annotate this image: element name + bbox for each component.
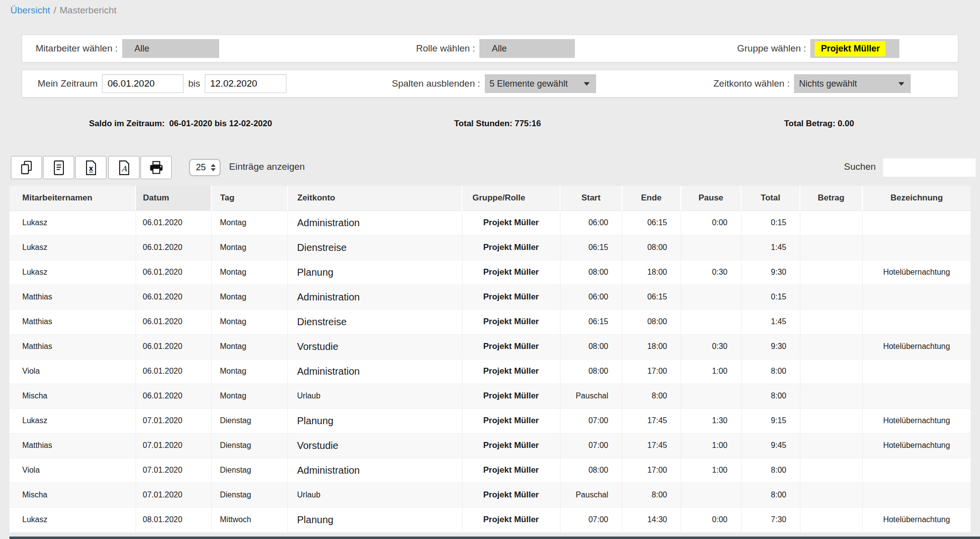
cell-betrag: [800, 235, 862, 260]
cell-start: 07:00: [560, 433, 622, 458]
page-size-select[interactable]: 25: [189, 159, 221, 176]
cell-zeitkonto: Vorstudie: [287, 433, 462, 458]
breadcrumb-link-uebersicht[interactable]: Übersicht: [10, 5, 50, 15]
column-header-total[interactable]: Total: [741, 186, 800, 210]
cell-pause: 0:00: [681, 210, 741, 235]
cell-tag: Montag: [211, 210, 287, 235]
cell-betrag: [800, 458, 862, 483]
cell-start: 06:00: [560, 285, 622, 309]
cell-bezeichnung: [862, 458, 971, 483]
zeitkonto-dropdown[interactable]: Nichts gewählt: [794, 74, 911, 93]
cell-start: 07:00: [560, 408, 622, 433]
cell-ende: 08:00: [622, 235, 681, 260]
cell-bezeichnung: Hotelübernachtung: [862, 334, 971, 359]
column-header-betrag[interactable]: Betrag: [800, 186, 862, 210]
cell-start: 08:00: [560, 359, 622, 384]
cell-pause: [681, 235, 741, 260]
cell-total: 0:15: [741, 210, 800, 235]
column-header-bezeichnung[interactable]: Bezeichnung: [862, 186, 971, 210]
page-size-value: 25: [196, 162, 206, 173]
cell-total: 9:30: [741, 334, 800, 359]
cell-bezeichnung: [862, 309, 971, 334]
column-header-datum[interactable]: Datum: [136, 186, 211, 210]
column-header-start[interactable]: Start: [560, 186, 622, 210]
cell-gruppe: Projekt Müller: [462, 458, 560, 483]
entries-label: Einträge anzeigen: [229, 161, 305, 172]
gruppe-label: Gruppe wählen :: [737, 43, 806, 54]
cell-zeitkonto: Dienstreise: [287, 309, 462, 334]
cell-ende: 17:00: [622, 359, 681, 384]
cell-tag: Montag: [211, 260, 287, 285]
cell-betrag: [800, 309, 862, 334]
table-row: Viola07.01.2020DienstagAdministrationPro…: [9, 458, 971, 483]
spalten-group: Spalten ausblenden : 5 Elemente gewählt: [392, 70, 596, 97]
cell-pause: 0:30: [681, 260, 741, 285]
cell-bezeichnung: [862, 483, 971, 507]
cell-total: 9:30: [741, 260, 800, 285]
spinner-arrows-icon: [211, 164, 216, 171]
column-header-tag[interactable]: Tag: [211, 186, 287, 210]
cell-pause: 0:00: [681, 507, 741, 532]
cell-name: Matthias: [9, 285, 136, 309]
column-header-ende[interactable]: Ende: [622, 186, 681, 210]
table-row: Mischa07.01.2020DienstagUrlaubProjekt Mü…: [9, 483, 971, 507]
print-button[interactable]: [140, 156, 172, 179]
cell-gruppe: Projekt Müller: [462, 285, 560, 309]
svg-text:A: A: [121, 164, 127, 173]
cell-start: 08:00: [560, 260, 622, 285]
zeitkonto-selected-value: Nichts gewählt: [799, 79, 857, 89]
cell-betrag: [800, 433, 862, 458]
spalten-dropdown[interactable]: 5 Elemente gewählt: [485, 74, 596, 93]
date-from-input[interactable]: [102, 74, 184, 93]
breadcrumb-separator: /: [53, 5, 56, 15]
cell-gruppe: Projekt Müller: [462, 235, 560, 260]
csv-button[interactable]: [43, 156, 74, 179]
report-table: MitarbeiternamenDatumTagZeitkontoGruppe/…: [9, 186, 971, 533]
table-row: Lukasz07.01.2020DienstagPlanungProjekt M…: [9, 408, 971, 433]
table-row: Lukasz06.01.2020MontagPlanungProjekt Mül…: [9, 260, 971, 285]
cell-name: Lukasz: [9, 210, 136, 235]
cell-bezeichnung: Hotelübernachtung: [862, 507, 971, 532]
column-header-gruppe[interactable]: Gruppe/Rolle: [462, 186, 560, 210]
mitarbeiter-select[interactable]: Alle: [122, 39, 219, 58]
table-row: Matthias06.01.2020MontagVorstudieProjekt…: [9, 334, 971, 359]
rolle-select[interactable]: Alle: [479, 39, 575, 58]
zeitkonto-label: Zeitkonto wählen :: [713, 78, 790, 89]
document-icon: [52, 160, 65, 176]
pdf-button[interactable]: A: [108, 156, 140, 179]
zeitraum-group: Mein Zeitraum bis: [38, 70, 286, 97]
gruppe-select[interactable]: Projekt Müller: [810, 39, 899, 58]
cell-tag: Montag: [211, 309, 287, 334]
cell-ende: 8:00: [622, 483, 681, 507]
cell-datum: 06.01.2020: [136, 260, 211, 285]
excel-button[interactable]: x̲: [75, 156, 106, 179]
cell-name: Mischa: [9, 384, 136, 408]
cell-start: Pauschal: [560, 384, 622, 408]
cell-tag: Mittwoch: [211, 507, 287, 532]
bottom-edge-bar: [9, 537, 980, 539]
cell-zeitkonto: Dienstreise: [287, 235, 462, 260]
cell-gruppe: Projekt Müller: [462, 408, 560, 433]
cell-betrag: [800, 210, 862, 235]
cell-datum: 06.01.2020: [136, 285, 211, 309]
column-header-zeitkonto[interactable]: Zeitkonto: [287, 186, 462, 210]
cell-name: Lukasz: [9, 507, 136, 532]
search-input[interactable]: [883, 158, 976, 177]
column-header-name[interactable]: Mitarbeiternamen: [9, 186, 136, 210]
date-to-input[interactable]: [205, 74, 286, 93]
copy-button[interactable]: [11, 156, 42, 179]
table-toolbar: x̲ A 25 Einträge anzeigen Suchen: [0, 156, 980, 180]
cell-datum: 07.01.2020: [136, 458, 211, 483]
svg-text:x̲: x̲: [89, 164, 93, 172]
saldo-total: Saldo im Zeitraum: 06-01-2020 bis 12-02-…: [89, 119, 272, 129]
cell-total: 9:45: [741, 433, 800, 458]
cell-start: 08:00: [560, 458, 622, 483]
cell-datum: 06.01.2020: [136, 334, 211, 359]
cell-pause: [681, 483, 741, 507]
cell-pause: 0:30: [681, 334, 741, 359]
rolle-filter-group: Rolle wählen : Alle: [416, 35, 575, 62]
cell-ende: 18:00: [622, 260, 681, 285]
cell-name: Mischa: [9, 483, 136, 507]
cell-ende: 06:15: [622, 285, 681, 309]
column-header-pause[interactable]: Pause: [681, 186, 741, 210]
